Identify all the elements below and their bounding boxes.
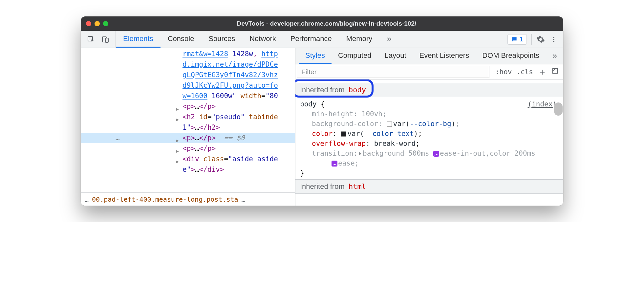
dom-text: d9lJKcYw2FU.png?auto=fo <box>182 81 278 89</box>
styles-panel: Styles Computed Layout Event Listeners D… <box>295 48 563 206</box>
inspect-icon[interactable] <box>87 35 95 44</box>
color-swatch-icon[interactable] <box>341 131 346 137</box>
elements-panel: rmat&w=1428 1428w, http d.imgix.net/imag… <box>81 48 295 206</box>
dom-node-p[interactable]: ▶<p>…</p> <box>81 101 295 112</box>
svg-rect-2 <box>105 38 108 42</box>
devtools-window: DevTools - developer.chrome.com/blog/new… <box>81 16 563 206</box>
titlebar: DevTools - developer.chrome.com/blog/new… <box>81 16 563 31</box>
decl-color[interactable]: color: var(--color-text); <box>300 129 559 139</box>
rule-close-brace: } <box>300 169 304 177</box>
scrollbar-thumb[interactable] <box>554 102 563 116</box>
svg-point-5 <box>553 41 554 42</box>
decl-transition-cont[interactable]: ease; <box>300 158 559 168</box>
dom-text: d.imgix.net/image/dPDCe <box>182 60 278 68</box>
breadcrumb[interactable]: … 00.pad-left-400.measure-long.post.sta … <box>81 192 295 206</box>
styles-body[interactable]: Inherited from body (index) body { min-h… <box>295 79 563 206</box>
dom-node-selected[interactable]: ▶<p>…</p> == $0 <box>81 133 295 143</box>
dom-tree[interactable]: rmat&w=1428 1428w, http d.imgix.net/imag… <box>81 48 295 192</box>
decl-transition[interactable]: transition:background 500ms ease-in-out,… <box>300 148 559 158</box>
divider <box>531 34 532 45</box>
svg-point-4 <box>553 39 554 40</box>
tab-performance[interactable]: Performance <box>283 31 339 48</box>
new-style-rule-icon[interactable]: ＋ <box>538 66 547 78</box>
rendering-emulations-icon[interactable] <box>551 67 559 76</box>
inherited-from-tag[interactable]: html <box>349 182 366 190</box>
breadcrumb-path[interactable]: 00.pad-left-400.measure-long.post.sta <box>92 195 238 203</box>
inherited-label: Inherited from <box>300 182 345 190</box>
expand-shorthand-icon[interactable] <box>359 152 361 156</box>
bezier-editor-icon[interactable] <box>332 161 337 167</box>
breadcrumb-prefix: … <box>85 195 89 203</box>
inherited-separator: Inherited from body <box>295 83 563 97</box>
more-tabs-icon[interactable]: » <box>379 31 397 48</box>
subtab-computed[interactable]: Computed <box>332 48 378 64</box>
dom-node-h2[interactable]: ▶<h2 id="pseudo" tabinde <box>81 112 295 122</box>
issues-count: 1 <box>520 35 523 43</box>
dom-node-div[interactable]: ▶<div class="aside aside <box>81 154 295 164</box>
kebab-menu-icon[interactable] <box>549 35 558 44</box>
tab-network[interactable]: Network <box>242 31 283 48</box>
dom-text: rmat&w=1428 <box>182 50 228 58</box>
tab-memory[interactable]: Memory <box>339 31 379 48</box>
rule-source-link[interactable]: (index) <box>527 99 557 109</box>
decl-min-height[interactable]: min-height: 100vh; <box>300 109 559 119</box>
bezier-editor-icon[interactable] <box>433 151 439 157</box>
inherited-separator-2: Inherited from html <box>295 179 563 194</box>
more-subtabs-icon[interactable]: » <box>546 48 562 64</box>
expand-icon[interactable]: ▶ <box>176 156 179 167</box>
close-window-button[interactable] <box>86 21 91 26</box>
decl-background-color[interactable]: background-color: var(--color-bg); <box>300 119 559 129</box>
svg-point-3 <box>553 36 554 38</box>
decl-overflow-wrap[interactable]: overflow-wrap: break-word; <box>300 139 559 148</box>
inherited-label: Inherited from <box>300 86 345 94</box>
css-rule-body[interactable]: (index) body { min-height: 100vh; backgr… <box>295 97 563 179</box>
window-title: DevTools - developer.chrome.com/blog/new… <box>95 20 558 27</box>
tab-console[interactable]: Console <box>161 31 202 48</box>
dom-node-p[interactable]: ▶<p>…</p> <box>81 143 295 154</box>
rule-selector[interactable]: body <box>300 100 317 108</box>
tab-sources[interactable]: Sources <box>201 31 242 48</box>
subtab-dom-breakpoints[interactable]: DOM Breakpoints <box>476 48 546 64</box>
subtab-event-listeners[interactable]: Event Listeners <box>413 48 476 64</box>
subtab-layout[interactable]: Layout <box>378 48 413 64</box>
sub-tabs: Styles Computed Layout Event Listeners D… <box>295 48 563 64</box>
filter-input[interactable] <box>297 66 489 78</box>
tab-elements[interactable]: Elements <box>116 31 161 48</box>
inherited-from-tag[interactable]: body <box>349 86 366 94</box>
hov-toggle[interactable]: :hov <box>495 68 512 76</box>
issues-badge[interactable]: 1 <box>507 34 527 45</box>
filter-row: :hov .cls ＋ <box>295 64 563 79</box>
dom-text: gLQPGtEG3y0fTn4v82/3vhz <box>182 71 278 79</box>
expand-icon[interactable]: ▶ <box>176 114 179 125</box>
device-toggle-icon[interactable] <box>101 35 110 44</box>
selected-indicator: == $0 <box>224 134 245 142</box>
color-swatch-icon[interactable] <box>387 122 392 127</box>
cls-toggle[interactable]: .cls <box>516 68 533 76</box>
breadcrumb-suffix: … <box>242 195 246 203</box>
gear-icon[interactable] <box>536 35 545 44</box>
chat-icon <box>511 36 518 43</box>
main-tabs: Elements Console Sources Network Perform… <box>116 31 502 48</box>
main-toolbar: Elements Console Sources Network Perform… <box>81 31 563 48</box>
subtab-styles[interactable]: Styles <box>299 48 332 64</box>
